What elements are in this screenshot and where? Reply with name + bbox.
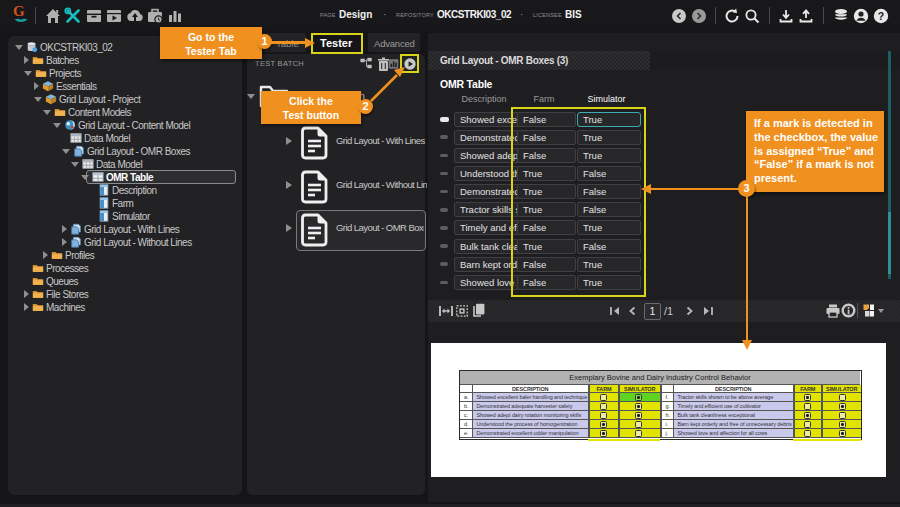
svg-text:?: ? xyxy=(878,10,884,22)
